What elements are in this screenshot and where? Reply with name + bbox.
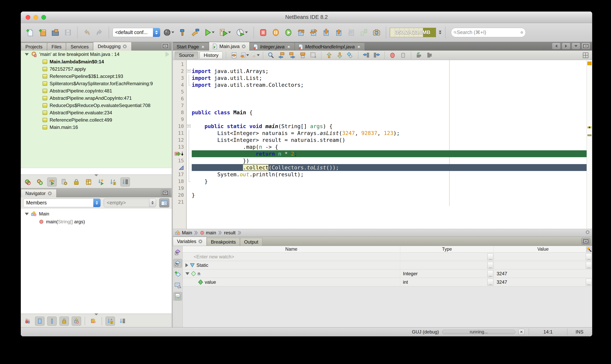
new-watch-button[interactable] (173, 270, 182, 279)
find-next-occurrence-button[interactable] (288, 51, 297, 59)
fold-column[interactable] (186, 123, 192, 130)
gutter-line-12[interactable]: 12 (173, 137, 186, 143)
gutter-line-19[interactable]: 19 (173, 185, 186, 192)
expander-icon[interactable] (186, 272, 189, 275)
shift-left-button[interactable] (362, 51, 371, 59)
maximize-panel-button[interactable] (582, 238, 590, 245)
last-edit-location-button[interactable] (229, 51, 238, 59)
code-text[interactable] (192, 95, 587, 102)
start-macro-recording-button[interactable] (398, 51, 408, 59)
filter-submenu-button[interactable] (89, 317, 98, 326)
find-selection-button[interactable] (266, 51, 275, 59)
code-text[interactable]: System.out.println(result); (192, 171, 587, 178)
pause-button[interactable] (270, 26, 281, 38)
code-line-12[interactable]: 12 List<Integer> result = naturais.strea… (173, 137, 587, 143)
code-line-4[interactable]: 4import java.util.stream.Collectors; (173, 81, 587, 88)
code-line-21[interactable]: 21 (173, 198, 587, 205)
stack-frame-row[interactable]: AbstractPipeline.evaluate:234 (21, 109, 172, 116)
gutter-line-6[interactable]: 6 (173, 95, 186, 102)
code-line-3[interactable]: 3import java.util.List; (173, 75, 587, 81)
run-project-button[interactable] (202, 26, 216, 38)
dropdown-caret-icon[interactable] (228, 31, 231, 33)
show-static-members-button[interactable] (47, 317, 57, 326)
toggle-highlight-search-button[interactable] (298, 51, 307, 59)
step-out-button[interactable] (333, 26, 345, 38)
forward-button[interactable] (251, 51, 260, 59)
code-text[interactable] (192, 198, 587, 205)
close-icon[interactable] (123, 44, 127, 49)
sort-alphabetically-button[interactable]: AZ (106, 317, 115, 326)
step-over-button[interactable] (295, 26, 307, 38)
stepper-icon[interactable] (153, 28, 160, 37)
code-line-19[interactable]: 19 (173, 185, 587, 192)
scroll-tabs-right-button[interactable] (562, 43, 571, 49)
sidebar-tab-projects[interactable]: Projects (21, 43, 47, 51)
breadcrumb-item-Main[interactable]: Main (175, 230, 192, 235)
build-project-button[interactable] (177, 26, 188, 38)
navigator-filter-select[interactable]: <empty> (104, 198, 156, 207)
debug-project-button[interactable] (217, 26, 233, 38)
code-line-18[interactable]: 18 } (173, 178, 587, 185)
table-settings-icon[interactable] (586, 247, 592, 252)
stripe-current-line-mark[interactable] (587, 127, 592, 128)
previous-bookmark-button[interactable] (325, 51, 334, 59)
code-text[interactable] (192, 88, 587, 95)
search-box[interactable] (451, 28, 526, 37)
stack-frame-row[interactable]: ReferencePipeline.collect:499 (21, 116, 172, 124)
back-button[interactable] (240, 51, 249, 59)
expander-icon[interactable] (25, 53, 29, 56)
error-stripe[interactable] (587, 60, 592, 229)
stepper-icon[interactable] (93, 199, 100, 207)
suspend-resume-button[interactable] (47, 178, 57, 186)
show-fields-button[interactable] (35, 317, 44, 326)
dropdown-caret-icon[interactable] (246, 54, 249, 56)
show-pictures-button[interactable] (173, 292, 182, 301)
maximize-editor-button[interactable] (582, 43, 590, 49)
code-editor[interactable]: 12import java.util.Arrays;3import java.u… (173, 60, 592, 229)
debug-thread-root[interactable]: 'main' at line breakpoint Main.java : 14 (21, 51, 172, 58)
code-text[interactable]: List<Integer> naturais = Arrays.asList(3… (192, 130, 587, 137)
code-text[interactable]: import java.util.stream.Collectors; (192, 81, 587, 88)
collapse-panel-icon[interactable] (94, 313, 98, 315)
close-icon[interactable] (198, 239, 202, 244)
gutter-line-21[interactable]: 21 (173, 198, 186, 205)
sidebar-tab-files[interactable]: Files (47, 43, 66, 51)
tab-list-button[interactable] (572, 43, 580, 49)
variable-properties-button[interactable] (173, 281, 182, 290)
sort-by-source-button[interactable] (118, 317, 127, 326)
finish-all-sessions-button[interactable] (23, 178, 32, 186)
gutter-line-5[interactable]: 5 (173, 88, 186, 95)
breadcrumb-item-result[interactable]: result (224, 230, 236, 235)
debugging-view-button[interactable] (59, 178, 69, 186)
bottom-tab-breakpoints[interactable]: Breakpoints (207, 238, 240, 246)
fold-column[interactable] (186, 68, 192, 75)
step-into-button[interactable] (320, 26, 332, 38)
split-document-button[interactable] (581, 51, 590, 59)
dropdown-caret-icon[interactable] (212, 31, 214, 33)
stack-frame-row[interactable]: AbstractPipeline.wrapAndCopyInto:471 (21, 94, 172, 102)
watch-placeholder[interactable]: <Enter new watch> (194, 254, 234, 260)
gutter-line-20[interactable]: 20 (173, 192, 186, 198)
code-text[interactable]: import java.util.List; (192, 75, 587, 81)
resume-threads-button[interactable] (358, 26, 370, 38)
ellipsis-button[interactable]: ... (586, 253, 592, 260)
open-project-button[interactable] (50, 26, 61, 38)
gutter-line-13[interactable]: 13 (173, 143, 186, 150)
watch-row[interactable]: <Enter new watch> ... ... (183, 253, 592, 261)
column-header-type[interactable]: Type (400, 247, 494, 252)
call-site-icon[interactable] (179, 165, 184, 170)
gutter-line-10[interactable]: 10 (173, 123, 186, 130)
code-text[interactable]: .map(n -> { (192, 143, 587, 150)
sidebar-tab-debugging[interactable]: Debugging (93, 42, 131, 51)
stack-frame-row[interactable]: 762152757.apply (21, 65, 172, 73)
navigator-class-node[interactable]: Main (21, 210, 172, 218)
step-threads-button[interactable] (96, 178, 106, 186)
code-text[interactable] (192, 116, 587, 123)
show-inherited-members-button[interactable] (23, 317, 32, 326)
navigator-window-button[interactable] (159, 198, 169, 207)
stop-macro-recording-button[interactable] (388, 51, 397, 59)
variable-row-Static[interactable]: Static...... (183, 261, 592, 270)
code-line-16[interactable]: .collect(Collectors.toList()); (173, 164, 587, 171)
gutter-line-4[interactable]: 4 (173, 81, 186, 88)
show-inner-classes-button[interactable] (72, 317, 81, 326)
